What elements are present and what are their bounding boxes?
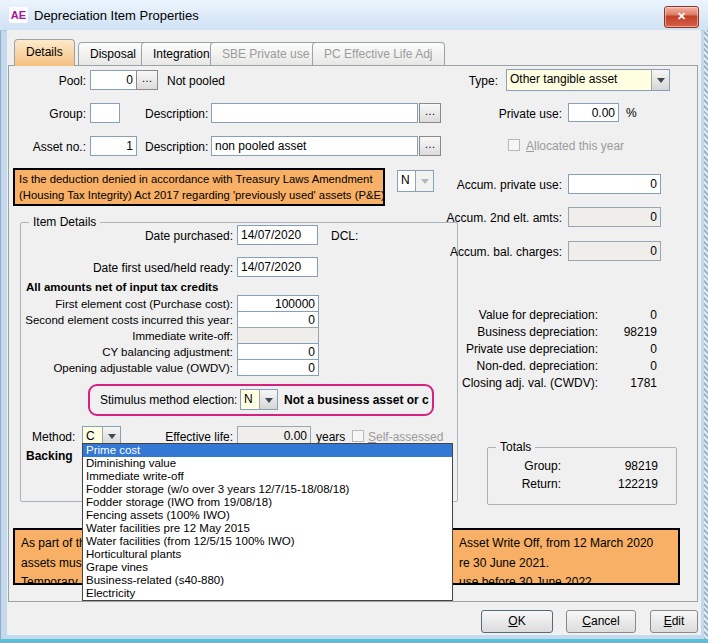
- asset-no-input[interactable]: 1: [90, 136, 137, 156]
- value-for-depreciation-value: 0: [602, 308, 657, 322]
- deduction-denied-notice: Is the deduction denied in accordance wi…: [13, 168, 385, 206]
- ellipsis-icon: …: [425, 105, 436, 117]
- notice-line: (Housing Tax Integrity) Act 2017 regardi…: [19, 189, 385, 201]
- type-combobox[interactable]: Other tangible asset: [506, 69, 670, 91]
- first-element-cost-input[interactable]: 100000: [237, 295, 319, 312]
- dropdown-option[interactable]: Fencing assets (100% IWO): [83, 509, 452, 522]
- tab-sbe-private-use: SBE Private use: [210, 42, 321, 65]
- notice-line: Is the deduction denied in accordance wi…: [19, 173, 373, 185]
- pool-status-text: Not pooled: [167, 74, 225, 88]
- dropdown-option[interactable]: Fodder storage (w/o over 3 years 12/7/15…: [83, 483, 452, 496]
- private-use-depreciation-value: 0: [602, 342, 657, 356]
- totals-return-value: 122219: [588, 477, 658, 491]
- asset-description-browse-button[interactable]: …: [419, 136, 441, 156]
- dropdown-option[interactable]: Horticultural plants: [83, 548, 452, 561]
- notice-line: assets must: [21, 556, 85, 570]
- totals-group-label: Group:: [501, 459, 561, 473]
- totals-group-value: 98219: [588, 459, 658, 473]
- accum-2nd-elt-label: Accum. 2nd elt. amts:: [420, 211, 562, 225]
- date-first-used-input[interactable]: 14/07/2020: [237, 257, 318, 277]
- accum-2nd-elt-input: 0: [568, 207, 661, 227]
- window-right-edge: [704, 30, 708, 639]
- notice-line: Asset Write Off, from 12 March 2020: [459, 536, 653, 550]
- ok-button[interactable]: OK: [481, 610, 553, 633]
- dropdown-option[interactable]: Water facilities (from 12/5/15 100% IWO): [83, 535, 452, 548]
- immediate-write-off-input: [237, 327, 319, 344]
- dropdown-option[interactable]: Grape vines: [83, 561, 452, 574]
- allocated-this-year-label: Allocated this year: [526, 139, 624, 153]
- net-of-tax-credits-note: All amounts net of input tax credits: [26, 281, 218, 293]
- immediate-write-off-label: Immediate write-off:: [10, 330, 233, 342]
- notice-line: Temporary: [21, 575, 78, 585]
- close-button[interactable]: ✕: [664, 6, 699, 28]
- date-purchased-input[interactable]: 14/07/2020: [237, 225, 318, 245]
- cy-balancing-adjustment-input[interactable]: 0: [237, 343, 319, 360]
- pool-input[interactable]: 0: [90, 70, 137, 90]
- first-element-cost-label: First element cost (Purchase cost):: [10, 298, 233, 310]
- dropdown-option[interactable]: Diminishing value: [83, 457, 452, 470]
- dcl-label: DCL:: [331, 229, 358, 243]
- cy-balancing-adjustment-label: CY balancing adjustment:: [10, 346, 233, 358]
- non-ded-depreciation-label: Non-ded. depreciation:: [440, 359, 598, 373]
- tab-disposal[interactable]: Disposal: [78, 42, 148, 65]
- group-description-label: Description:: [145, 107, 207, 121]
- backing-text-fragment: Backing: [26, 449, 73, 463]
- dropdown-button[interactable]: [259, 390, 277, 409]
- stimulus-method-label: Stimulus method election:: [100, 393, 237, 407]
- group-input[interactable]: [90, 103, 120, 123]
- accum-private-use-label: Accum. private use:: [420, 178, 562, 192]
- group-description-browse-button[interactable]: …: [419, 103, 441, 123]
- pool-browse-button[interactable]: …: [136, 70, 158, 90]
- dropdown-option[interactable]: Immediate write-off: [83, 470, 452, 483]
- asset-description-input[interactable]: non pooled asset: [211, 136, 418, 156]
- dropdown-button[interactable]: [651, 70, 669, 90]
- asset-no-label: Asset no.:: [20, 140, 86, 154]
- notice-line: use before 30 June 2022.: [459, 575, 595, 585]
- group-description-input[interactable]: [211, 103, 418, 123]
- dropdown-option[interactable]: Prime cost: [83, 444, 452, 457]
- method-label: Method:: [32, 430, 75, 444]
- second-element-costs-input[interactable]: 0: [237, 311, 319, 328]
- edit-button[interactable]: Edit: [650, 610, 698, 633]
- closing-adj-val-value: 1781: [602, 376, 657, 390]
- dropdown-option[interactable]: Electricity: [83, 587, 452, 600]
- totals-groupbox: Totals Group: 98219 Return: 122219: [487, 447, 677, 505]
- effective-life-label: Effective life:: [133, 430, 233, 444]
- item-details-legend: Item Details: [29, 215, 100, 229]
- second-element-costs-label: Second element costs incurred this year:: [10, 314, 233, 326]
- business-depreciation-label: Business depreciation:: [440, 325, 598, 339]
- self-assessed-checkbox: [352, 430, 364, 442]
- business-depreciation-value: 98219: [602, 325, 657, 339]
- pool-label: Pool:: [20, 74, 86, 88]
- type-label: Type:: [440, 74, 498, 88]
- cancel-button[interactable]: Cancel: [566, 610, 636, 633]
- opening-adjustable-value-label: Opening adjustable value (OWDV):: [10, 362, 233, 374]
- opening-adjustable-value-input[interactable]: 0: [237, 359, 319, 376]
- private-use-percent-label: %: [626, 106, 637, 120]
- type-value: Other tangible asset: [510, 72, 650, 86]
- dialog-window: AE Depreciation Item Properties ✕ Detail…: [0, 0, 708, 643]
- asset-description-label: Description:: [145, 140, 207, 154]
- dropdown-option[interactable]: Fodder storage (IWO from 19/08/18): [83, 496, 452, 509]
- dropdown-option[interactable]: Business-related (s40-880): [83, 574, 452, 587]
- deduction-denied-value: N: [401, 173, 414, 187]
- private-use-input[interactable]: 0.00: [568, 103, 619, 122]
- closing-adj-val-label: Closing adj. val. (CWDV):: [440, 376, 598, 390]
- tab-pc-effective-life-adj: PC Effective Life Adj: [312, 42, 445, 65]
- non-ded-depreciation-value: 0: [602, 359, 657, 373]
- date-purchased-label: Date purchased:: [33, 229, 233, 243]
- window-bottom-edge: [0, 639, 708, 642]
- allocated-this-year-checkbox: [508, 139, 520, 151]
- effective-life-years-label: years: [316, 430, 345, 444]
- dropdown-option[interactable]: Water facilities pre 12 May 2015: [83, 522, 452, 535]
- ellipsis-icon: …: [425, 138, 436, 150]
- private-use-depreciation-label: Private use depreciation:: [440, 342, 598, 356]
- notice-line: As part of th: [21, 536, 86, 550]
- accum-private-use-input[interactable]: 0: [568, 174, 661, 194]
- accum-bal-charges-label: Accum. bal. charges:: [420, 245, 562, 259]
- accum-bal-charges-input: 0: [568, 241, 661, 261]
- title-bar: AE Depreciation Item Properties ✕: [0, 0, 708, 31]
- notice-line: re 30 June 2021.: [459, 556, 549, 570]
- tab-details[interactable]: Details: [14, 39, 75, 66]
- stimulus-method-combobox[interactable]: N: [240, 389, 278, 410]
